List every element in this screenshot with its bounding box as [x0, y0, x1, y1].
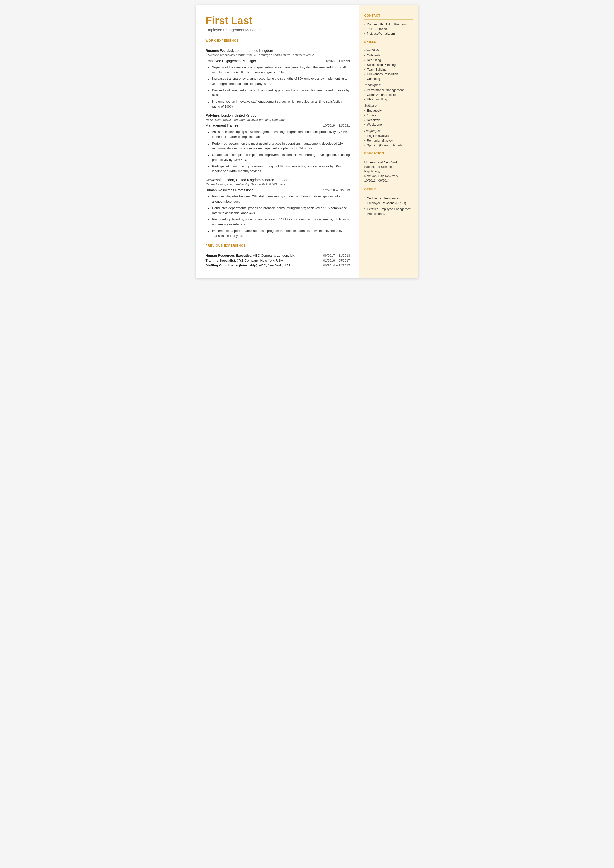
job-entry-2: Growthsi, London, United Kingdom & Barce…	[206, 178, 350, 238]
other-text-1: Certified Employee Engagement Profession…	[367, 207, 413, 216]
candidate-name: First Last	[206, 15, 350, 26]
hard-skill-item-2: •Succession Planning	[364, 63, 413, 67]
hard-skill-text-4: Grievances Resolution	[367, 73, 398, 76]
software-text-2: Reflektive	[367, 118, 381, 122]
contact-text-0: Portsmouth, United Kingdom	[367, 23, 406, 26]
bullet-list-1: Assisted in developing a new management …	[206, 129, 350, 174]
bullet-1-3: Participated in improving processes thro…	[208, 164, 350, 174]
language-item-2: •Spanish (Conversational)	[364, 143, 413, 147]
bullet-2-3: Implemented a performance appraisal prog…	[208, 228, 350, 238]
company-desc-0: Education technology startup with 50+ em…	[206, 53, 350, 57]
contact-heading: CONTACT	[364, 14, 413, 17]
language-item-1: •Romanian (Native)	[364, 139, 413, 143]
bullet-1-2: Created an action plan to implement impr…	[208, 152, 350, 162]
contact-dot-2: •	[364, 32, 366, 36]
software-dot-0: •	[364, 109, 366, 113]
hard-skill-item-3: •Team Building	[364, 68, 413, 71]
prev-exp-dates-0: 06/2017 – 11/2018	[323, 254, 350, 257]
other-dot-0: •	[364, 196, 366, 200]
technique-item-1: •Organizational Design	[364, 93, 413, 97]
company-desc-2: Career training and membership SaaS with…	[206, 183, 350, 186]
techniques-label: Techniques:	[364, 83, 413, 87]
contact-container: •Portsmouth, United Kingdom•+44 12345678…	[364, 23, 413, 36]
job-title-0: Employee Engagement Manager	[206, 59, 256, 63]
job-row-2: Human Resources Professional12/2018 – 09…	[206, 188, 350, 192]
software-dot-3: •	[364, 123, 366, 127]
hard-skill-dot-3: •	[364, 68, 366, 71]
software-dot-2: •	[364, 118, 366, 122]
prev-exp-row-1: Training Specialist, XYZ Company, New Yo…	[206, 259, 350, 262]
prev-exp-dates-2: 06/2014 – 12/2015	[323, 264, 350, 267]
bullet-0-0: Supervised the creation of a unique perf…	[208, 65, 350, 75]
edu-field: Psychology	[364, 169, 413, 174]
sidebar: CONTACT •Portsmouth, United Kingdom•+44 …	[359, 5, 419, 278]
software-item-0: •Engagedly	[364, 109, 413, 113]
hard-skill-text-1: Recruiting	[367, 58, 381, 62]
work-divider	[206, 45, 350, 45]
hard-skill-item-5: •Coaching	[364, 77, 413, 81]
company-location-1: London, United Kingdom	[220, 113, 259, 117]
technique-dot-1: •	[364, 93, 366, 97]
hard-skill-dot-0: •	[364, 54, 366, 57]
hard-skill-item-4: •Grievances Resolution	[364, 73, 413, 76]
techniques-container: •Performance Management•Organizational D…	[364, 89, 413, 101]
other-dot-1: •	[364, 207, 366, 211]
other-divider	[364, 193, 413, 193]
prev-exp-title-1: Training Specialist, XYZ Company, New Yo…	[206, 259, 283, 262]
education-divider	[364, 157, 413, 157]
prev-exp-row-2: Staffing Coordinator (Internship), ABC, …	[206, 264, 350, 267]
job-entry-0: Resume Worded, London, United KingdomEdu…	[206, 48, 350, 109]
technique-text-2: HR Consulting	[367, 98, 387, 101]
other-text-0: Certified Professional in Employee Relat…	[367, 196, 413, 206]
candidate-title: Employee Engagement Manager	[206, 28, 350, 32]
company-bold-2: Growthsi,	[206, 178, 222, 182]
hard-skill-dot-1: •	[364, 58, 366, 62]
language-dot-2: •	[364, 143, 366, 147]
hard-skills-label: Hard Skills:	[364, 49, 413, 52]
hard-skill-dot-5: •	[364, 77, 366, 81]
hard-skill-item-1: •Recruiting	[364, 58, 413, 62]
hard-skill-text-3: Team Building	[367, 68, 386, 71]
languages-label: Languages:	[364, 129, 413, 133]
contact-text-2: first.last@gmail.com	[367, 32, 395, 36]
software-text-3: Weekdone	[367, 123, 382, 126]
software-item-1: •15Five	[364, 113, 413, 117]
bullet-1-1: Performed research on the most useful pr…	[208, 141, 350, 151]
other-heading: OTHER	[364, 188, 413, 191]
job-entry-1: Polyhire, London, United KingdomNYSE-lis…	[206, 113, 350, 174]
skills-divider	[364, 45, 413, 46]
hard-skills-container: •Onboarding•Recruiting•Succession Planni…	[364, 54, 413, 81]
other-item-1: •Certified Employee Engagement Professio…	[364, 207, 413, 216]
job-dates-2: 12/2018 – 09/2019	[323, 188, 350, 192]
technique-dot-0: •	[364, 89, 366, 92]
job-dates-0: 01/2022 – Present	[324, 59, 350, 63]
hard-skill-text-5: Coaching	[367, 77, 380, 81]
work-experience-heading: WORK EXPERIENCE	[206, 39, 350, 42]
technique-item-0: •Performance Management	[364, 89, 413, 92]
technique-text-1: Organizational Design	[367, 93, 397, 96]
education-container: University of New York Bachelor of Scien…	[364, 160, 413, 183]
edu-degree: Bachelor of Science	[364, 165, 413, 169]
language-text-1: Romanian (Native)	[367, 139, 393, 142]
company-location-2: London, United Kingdom & Barcelona, Spai…	[222, 178, 291, 182]
prev-exp-title-bold-2: Staffing Coordinator (Internship),	[206, 264, 258, 267]
hard-skill-dot-2: •	[364, 63, 366, 67]
edu-location: New York City, New York	[364, 174, 413, 179]
previous-experience-heading: PREVIOUS EXPERIENCE	[206, 244, 350, 247]
bullet-2-0: Resolved disputes between 28+ staff memb…	[208, 194, 350, 204]
language-text-0: English (Native)	[367, 134, 389, 138]
other-container: •Certified Professional in Employee Rela…	[364, 196, 413, 216]
software-text-1: 15Five	[367, 113, 376, 117]
languages-container: •English (Native)•Romanian (Native)•Span…	[364, 134, 413, 147]
company-name-1: Polyhire, London, United Kingdom	[206, 113, 350, 118]
bullet-2-2: Recruited top talent by sourcing and scr…	[208, 217, 350, 227]
contact-dot-0: •	[364, 23, 366, 26]
language-dot-1: •	[364, 139, 366, 143]
prev-exp-title-0: Human Resources Executive, ABC Company, …	[206, 254, 295, 257]
prev-exp-title-bold-1: Training Specialist,	[206, 259, 236, 262]
software-container: •Engagedly•15Five•Reflektive•Weekdone	[364, 109, 413, 127]
job-row-1: Management Trainee10/2019 – 12/2021	[206, 123, 350, 127]
contact-item-1: •+44 123456789	[364, 27, 413, 31]
other-item-0: •Certified Professional in Employee Rela…	[364, 196, 413, 206]
contact-item-0: •Portsmouth, United Kingdom	[364, 23, 413, 26]
